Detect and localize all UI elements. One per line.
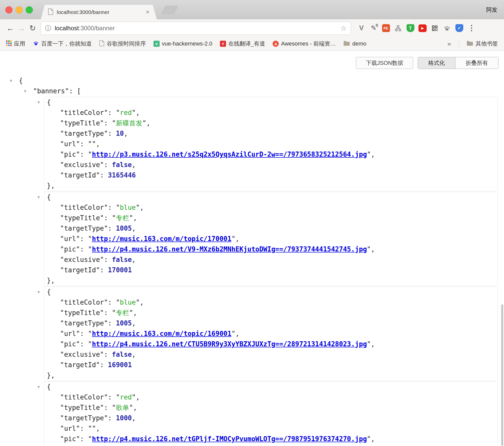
json-token: : <box>108 414 116 422</box>
org-chart-extension-icon[interactable] <box>393 23 403 34</box>
collapse-toggle-icon[interactable]: ▼ <box>37 192 40 202</box>
json-key: "url" <box>60 235 80 243</box>
page-info-icon[interactable]: ⓘ <box>45 24 51 32</box>
json-key: "typeTitle" <box>60 404 104 411</box>
bookmark-label: 其他书签 <box>475 40 498 48</box>
fehelper-extension-icon[interactable]: FE <box>381 23 391 34</box>
json-entry: "titleColor": "blue", <box>47 202 495 213</box>
json-token: : <box>100 361 108 369</box>
page-content: 下载JSON数据 格式化 折叠所有 ▼{ ▼"banners": [ ▼{"ti… <box>0 51 504 446</box>
json-object-box: ▼{"titleColor": "red","typeTitle": "歌单",… <box>44 381 498 446</box>
json-entry: "exclusive": false <box>47 444 495 446</box>
json-token: , <box>132 256 136 263</box>
json-token: " <box>132 393 136 401</box>
collapse-toggle-icon[interactable]: ▼ <box>10 76 12 86</box>
json-boolean-value: false <box>112 351 132 358</box>
json-token: : <box>104 214 112 222</box>
collapse-all-button[interactable]: 折叠所有 <box>455 57 498 69</box>
folder-icon <box>467 40 473 47</box>
json-link-value[interactable]: http://p4.music.126.net/tGPljf-IMOCyPvum… <box>92 435 367 443</box>
url-input[interactable]: ⓘ localhost:3000/banner ☆ <box>41 22 351 35</box>
json-token: , <box>132 319 136 327</box>
vue-icon: V <box>153 41 160 47</box>
bookmark-star-icon[interactable]: ☆ <box>341 24 347 32</box>
browser-menu-icon[interactable] <box>466 23 477 34</box>
bookmark-label: 百度一下，你就知道 <box>41 40 92 48</box>
reload-button[interactable]: ↻ <box>27 24 38 32</box>
bookmark-item-baidu[interactable]: 百度一下，你就知道 <box>33 40 92 48</box>
json-link-value[interactable]: http://p3.music.126.net/s25q2x5QyqsAzilC… <box>92 151 367 158</box>
json-token: " <box>116 393 120 401</box>
window-controls <box>5 6 33 13</box>
json-object-box: ▼{"titleColor": "blue","typeTitle": "专栏"… <box>44 192 498 286</box>
fullscreen-window-button[interactable] <box>26 6 33 13</box>
json-token: : <box>80 330 88 337</box>
bookmark-item-google-sort[interactable]: 谷歌按时间排序 <box>99 40 146 48</box>
json-banners-open: ▼"banners": [ <box>33 86 504 96</box>
json-key: "exclusive" <box>60 351 104 358</box>
translate-pen-extension-icon[interactable]: ✎ 英 <box>368 23 379 34</box>
bookmarks-overflow-chevron[interactable]: » <box>447 40 451 48</box>
json-number-value: 1000 <box>116 414 132 422</box>
json-key: "targetType" <box>60 130 108 137</box>
qrcode-extension-icon[interactable] <box>429 23 440 34</box>
tab-close-icon[interactable]: ✕ <box>146 9 150 15</box>
bookmark-item-apps[interactable]: 应用 <box>6 40 25 48</box>
new-tab-button[interactable] <box>161 6 178 14</box>
json-entry: "exclusive": false, <box>47 160 495 170</box>
json-number-value: 3165446 <box>108 171 136 179</box>
browser-tab[interactable]: localhost:3000/banner ✕ <box>41 5 157 19</box>
json-entry: "pic": "http://p3.music.126.net/s25q2x5Q… <box>47 149 495 160</box>
back-button[interactable]: ← <box>5 24 16 32</box>
json-token: " <box>112 119 116 127</box>
browser-profile-name: 阿发 <box>486 6 497 14</box>
json-token: : <box>69 87 77 95</box>
collapse-toggle-icon[interactable]: ▼ <box>24 86 26 96</box>
json-token: : <box>100 266 108 274</box>
collapse-toggle-icon[interactable]: ▼ <box>37 287 40 297</box>
video-play-extension-icon[interactable]: ▶ <box>417 23 428 34</box>
download-json-button[interactable]: 下载JSON数据 <box>356 57 413 69</box>
json-object-open: { <box>47 382 495 392</box>
json-entry: "titleColor": "red", <box>47 108 495 118</box>
blue-shield-check-extension-icon[interactable]: ✓ <box>454 23 465 34</box>
bookmark-item-awesomes[interactable]: A Awesomes - 前端资… <box>273 40 336 48</box>
bookmark-item-vue-hackernews[interactable]: V vue-hackernews-2.0 <box>153 40 212 47</box>
json-entry: "typeTitle": "新碟首发", <box>47 118 495 128</box>
json-token: }, <box>47 371 55 379</box>
forward-button[interactable]: → <box>16 24 27 32</box>
json-entry: "titleColor": "red", <box>47 392 495 403</box>
json-token: " <box>231 330 235 337</box>
json-token: " <box>88 435 92 443</box>
json-token: }, <box>47 182 55 189</box>
folder-icon <box>343 40 350 47</box>
json-token: , <box>140 204 144 211</box>
play-glyph: ▶ <box>418 24 427 32</box>
bookmark-label: demo <box>352 40 366 47</box>
en-badge-glyph: 英 <box>375 23 379 28</box>
json-token: " <box>367 340 371 348</box>
collapse-toggle-icon[interactable]: ▼ <box>37 97 40 108</box>
paw-extension-icon[interactable] <box>442 23 452 34</box>
green-shield-t-extension-icon[interactable]: T <box>405 23 416 34</box>
page-file-icon <box>99 40 104 47</box>
vimium-extension-icon[interactable]: V <box>356 23 367 34</box>
json-entry: "typeTitle": "专栏", <box>47 308 495 318</box>
format-button[interactable]: 格式化 <box>418 57 455 69</box>
json-entry: "targetType": 1005, <box>47 318 495 329</box>
json-link-value[interactable]: http://p4.music.126.net/CTU5B9R9y3XyYBZX… <box>92 340 367 348</box>
bookmark-item-other-bookmarks[interactable]: 其他书签 <box>467 40 498 48</box>
minimize-window-button[interactable] <box>16 6 23 13</box>
bookmark-label: 谷歌按时间排序 <box>107 40 146 48</box>
json-string-value: 专栏 <box>116 309 129 317</box>
json-token: , <box>371 340 375 348</box>
json-link-value[interactable]: http://music.163.com/m/topic/169001 <box>92 330 231 337</box>
vertical-scrollbar[interactable] <box>501 304 503 446</box>
collapse-toggle-icon[interactable]: ▼ <box>37 382 40 392</box>
shield-check-glyph: ✓ <box>455 24 463 32</box>
bookmark-item-demo[interactable]: demo <box>343 40 366 47</box>
json-link-value[interactable]: http://music.163.com/m/topic/170001 <box>92 235 231 243</box>
bookmark-item-youdao-translate[interactable]: Y 在线翻译_有道 <box>220 40 265 48</box>
close-window-button[interactable] <box>5 6 12 13</box>
json-link-value[interactable]: http://p4.music.126.net/V9-MXz6b2MNhEKju… <box>92 245 367 253</box>
